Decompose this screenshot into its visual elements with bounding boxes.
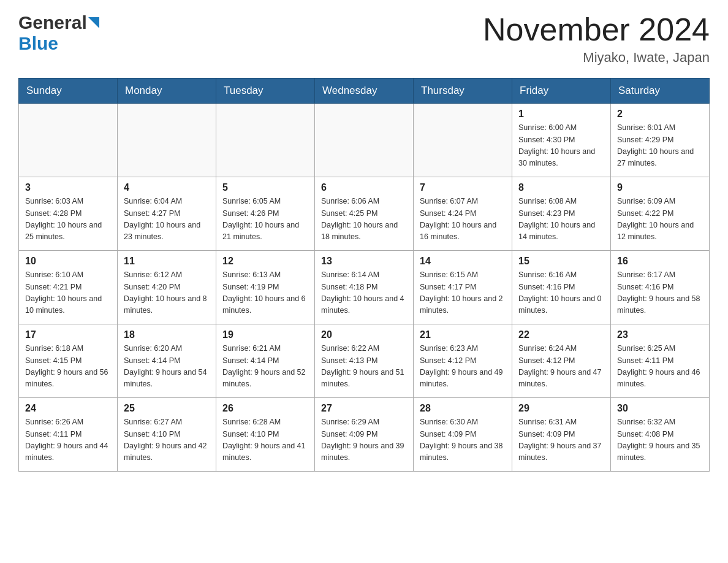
day-info: Sunrise: 6:09 AM Sunset: 4:22 PM Dayligh… [617, 196, 703, 243]
calendar-cell: 24Sunrise: 6:26 AM Sunset: 4:11 PM Dayli… [19, 398, 118, 472]
calendar-cell: 18Sunrise: 6:20 AM Sunset: 4:14 PM Dayli… [118, 324, 216, 398]
day-info: Sunrise: 6:08 AM Sunset: 4:23 PM Dayligh… [518, 196, 604, 243]
logo: General Blue [18, 12, 99, 54]
day-info: Sunrise: 6:22 AM Sunset: 4:13 PM Dayligh… [321, 343, 407, 391]
day-number: 13 [321, 256, 407, 267]
day-info: Sunrise: 6:13 AM Sunset: 4:19 PM Dayligh… [222, 269, 308, 317]
day-info: Sunrise: 6:15 AM Sunset: 4:17 PM Dayligh… [420, 269, 506, 317]
day-number: 23 [617, 329, 703, 340]
calendar-cell: 25Sunrise: 6:27 AM Sunset: 4:10 PM Dayli… [118, 398, 216, 472]
day-info: Sunrise: 6:20 AM Sunset: 4:14 PM Dayligh… [124, 343, 210, 391]
week-row-4: 17Sunrise: 6:18 AM Sunset: 4:15 PM Dayli… [19, 324, 710, 398]
calendar-cell: 29Sunrise: 6:31 AM Sunset: 4:09 PM Dayli… [512, 398, 611, 472]
title-block: November 2024 Miyako, Iwate, Japan [483, 12, 710, 66]
week-row-5: 24Sunrise: 6:26 AM Sunset: 4:11 PM Dayli… [19, 398, 710, 472]
day-number: 7 [420, 182, 506, 193]
day-number: 4 [124, 182, 210, 193]
calendar-cell: 23Sunrise: 6:25 AM Sunset: 4:11 PM Dayli… [611, 324, 710, 398]
calendar-cell: 2Sunrise: 6:01 AM Sunset: 4:29 PM Daylig… [611, 104, 710, 177]
day-header-wednesday: Wednesday [315, 79, 414, 104]
day-info: Sunrise: 6:31 AM Sunset: 4:09 PM Dayligh… [518, 416, 604, 464]
day-info: Sunrise: 6:32 AM Sunset: 4:08 PM Dayligh… [617, 416, 703, 464]
week-row-1: 1Sunrise: 6:00 AM Sunset: 4:30 PM Daylig… [19, 104, 710, 177]
day-info: Sunrise: 6:29 AM Sunset: 4:09 PM Dayligh… [321, 416, 407, 464]
day-info: Sunrise: 6:23 AM Sunset: 4:12 PM Dayligh… [420, 343, 506, 391]
day-info: Sunrise: 6:03 AM Sunset: 4:28 PM Dayligh… [25, 196, 111, 243]
calendar-cell: 4Sunrise: 6:04 AM Sunset: 4:27 PM Daylig… [118, 177, 216, 251]
day-number: 2 [617, 109, 703, 120]
calendar-cell: 14Sunrise: 6:15 AM Sunset: 4:17 PM Dayli… [414, 251, 512, 324]
day-info: Sunrise: 6:28 AM Sunset: 4:10 PM Dayligh… [222, 416, 308, 464]
calendar-cell: 3Sunrise: 6:03 AM Sunset: 4:28 PM Daylig… [19, 177, 118, 251]
day-info: Sunrise: 6:16 AM Sunset: 4:16 PM Dayligh… [518, 269, 604, 317]
calendar-cell: 13Sunrise: 6:14 AM Sunset: 4:18 PM Dayli… [315, 251, 414, 324]
calendar-cell [118, 104, 216, 177]
calendar-cell: 15Sunrise: 6:16 AM Sunset: 4:16 PM Dayli… [512, 251, 611, 324]
day-info: Sunrise: 6:21 AM Sunset: 4:14 PM Dayligh… [222, 343, 308, 391]
day-info: Sunrise: 6:05 AM Sunset: 4:26 PM Dayligh… [222, 196, 308, 243]
calendar-cell: 30Sunrise: 6:32 AM Sunset: 4:08 PM Dayli… [611, 398, 710, 472]
calendar-cell: 6Sunrise: 6:06 AM Sunset: 4:25 PM Daylig… [315, 177, 414, 251]
day-info: Sunrise: 6:10 AM Sunset: 4:21 PM Dayligh… [25, 269, 111, 317]
day-info: Sunrise: 6:17 AM Sunset: 4:16 PM Dayligh… [617, 269, 703, 317]
calendar-cell: 21Sunrise: 6:23 AM Sunset: 4:12 PM Dayli… [414, 324, 512, 398]
day-info: Sunrise: 6:18 AM Sunset: 4:15 PM Dayligh… [25, 343, 111, 391]
week-row-2: 3Sunrise: 6:03 AM Sunset: 4:28 PM Daylig… [19, 177, 710, 251]
logo-main-text: General [18, 12, 87, 33]
day-number: 1 [518, 109, 604, 120]
day-number: 16 [617, 256, 703, 267]
day-info: Sunrise: 6:14 AM Sunset: 4:18 PM Dayligh… [321, 269, 407, 317]
day-info: Sunrise: 6:26 AM Sunset: 4:11 PM Dayligh… [25, 416, 111, 464]
calendar-cell: 22Sunrise: 6:24 AM Sunset: 4:12 PM Dayli… [512, 324, 611, 398]
day-number: 29 [518, 403, 604, 414]
calendar-cell: 1Sunrise: 6:00 AM Sunset: 4:30 PM Daylig… [512, 104, 611, 177]
day-header-tuesday: Tuesday [216, 79, 315, 104]
day-number: 20 [321, 329, 407, 340]
day-info: Sunrise: 6:01 AM Sunset: 4:29 PM Dayligh… [617, 122, 703, 170]
day-number: 21 [420, 329, 506, 340]
calendar-cell: 11Sunrise: 6:12 AM Sunset: 4:20 PM Dayli… [118, 251, 216, 324]
day-header-friday: Friday [512, 79, 611, 104]
logo-triangle-icon [88, 17, 99, 31]
calendar-cell: 7Sunrise: 6:07 AM Sunset: 4:24 PM Daylig… [414, 177, 512, 251]
day-info: Sunrise: 6:07 AM Sunset: 4:24 PM Dayligh… [420, 196, 506, 243]
calendar-cell: 5Sunrise: 6:05 AM Sunset: 4:26 PM Daylig… [216, 177, 315, 251]
day-number: 30 [617, 403, 703, 414]
calendar-cell: 9Sunrise: 6:09 AM Sunset: 4:22 PM Daylig… [611, 177, 710, 251]
day-number: 10 [25, 256, 111, 267]
page-header: General Blue November 2024 Miyako, Iwate… [18, 12, 710, 66]
day-number: 9 [617, 182, 703, 193]
logo-sub-text: Blue [18, 33, 58, 53]
day-number: 18 [124, 329, 210, 340]
calendar-cell: 28Sunrise: 6:30 AM Sunset: 4:09 PM Dayli… [414, 398, 512, 472]
calendar-cell: 8Sunrise: 6:08 AM Sunset: 4:23 PM Daylig… [512, 177, 611, 251]
calendar-cell [216, 104, 315, 177]
day-number: 19 [222, 329, 308, 340]
day-info: Sunrise: 6:04 AM Sunset: 4:27 PM Dayligh… [124, 196, 210, 243]
calendar-table: SundayMondayTuesdayWednesdayThursdayFrid… [18, 78, 710, 472]
day-number: 11 [124, 256, 210, 267]
calendar-cell: 19Sunrise: 6:21 AM Sunset: 4:14 PM Dayli… [216, 324, 315, 398]
calendar-cell: 17Sunrise: 6:18 AM Sunset: 4:15 PM Dayli… [19, 324, 118, 398]
day-info: Sunrise: 6:00 AM Sunset: 4:30 PM Dayligh… [518, 122, 604, 170]
calendar-cell: 27Sunrise: 6:29 AM Sunset: 4:09 PM Dayli… [315, 398, 414, 472]
month-title: November 2024 [483, 12, 710, 47]
day-info: Sunrise: 6:12 AM Sunset: 4:20 PM Dayligh… [124, 269, 210, 317]
day-header-monday: Monday [118, 79, 216, 104]
day-number: 26 [222, 403, 308, 414]
day-number: 24 [25, 403, 111, 414]
day-number: 5 [222, 182, 308, 193]
day-number: 28 [420, 403, 506, 414]
day-info: Sunrise: 6:30 AM Sunset: 4:09 PM Dayligh… [420, 416, 506, 464]
calendar-cell: 26Sunrise: 6:28 AM Sunset: 4:10 PM Dayli… [216, 398, 315, 472]
day-number: 15 [518, 256, 604, 267]
day-number: 6 [321, 182, 407, 193]
calendar-cell [19, 104, 118, 177]
day-header-row: SundayMondayTuesdayWednesdayThursdayFrid… [19, 79, 710, 104]
calendar-cell: 16Sunrise: 6:17 AM Sunset: 4:16 PM Dayli… [611, 251, 710, 324]
day-info: Sunrise: 6:24 AM Sunset: 4:12 PM Dayligh… [518, 343, 604, 391]
day-info: Sunrise: 6:06 AM Sunset: 4:25 PM Dayligh… [321, 196, 407, 243]
day-number: 14 [420, 256, 506, 267]
day-number: 8 [518, 182, 604, 193]
day-number: 17 [25, 329, 111, 340]
